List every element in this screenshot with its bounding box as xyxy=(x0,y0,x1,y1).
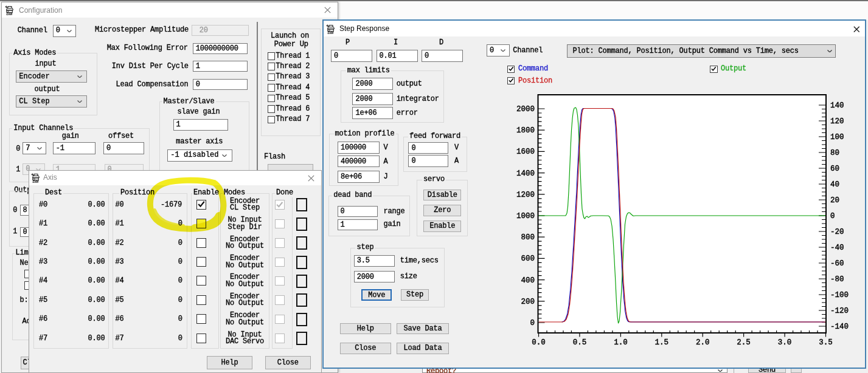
svg-text:1.0: 1.0 xyxy=(614,338,628,347)
svg-text:80: 80 xyxy=(830,149,839,157)
svg-text:1200: 1200 xyxy=(516,191,535,199)
svg-text:0: 0 xyxy=(530,319,535,327)
svg-text:0.5: 0.5 xyxy=(573,338,587,347)
svg-text:200: 200 xyxy=(521,298,535,306)
svg-text:2.0: 2.0 xyxy=(696,338,710,347)
svg-text:DM: DM xyxy=(7,12,13,16)
svg-text:-20: -20 xyxy=(830,228,844,236)
svg-text:140: 140 xyxy=(830,101,844,110)
svg-text:DM: DM xyxy=(33,179,39,183)
svg-text:-40: -40 xyxy=(830,244,844,252)
svg-text:2.5: 2.5 xyxy=(737,338,751,347)
svg-text:-140: -140 xyxy=(830,323,849,331)
svg-text:1800: 1800 xyxy=(516,126,535,135)
svg-text:600: 600 xyxy=(521,255,535,263)
svg-text:100: 100 xyxy=(830,133,844,142)
svg-text:1600: 1600 xyxy=(516,148,535,156)
svg-text:-100: -100 xyxy=(830,291,849,299)
svg-text:40: 40 xyxy=(830,180,839,189)
svg-text:-120: -120 xyxy=(830,307,849,315)
svg-text:1400: 1400 xyxy=(516,169,535,178)
svg-text:-60: -60 xyxy=(830,259,844,268)
svg-text:3.5: 3.5 xyxy=(819,338,833,347)
svg-text:1000: 1000 xyxy=(516,212,535,221)
svg-text:400: 400 xyxy=(521,276,535,285)
svg-text:0: 0 xyxy=(830,212,835,221)
svg-text:0.0: 0.0 xyxy=(532,338,546,347)
svg-text:800: 800 xyxy=(521,233,535,242)
svg-text:1.5: 1.5 xyxy=(655,338,669,347)
svg-text:20: 20 xyxy=(830,196,839,205)
svg-text:60: 60 xyxy=(830,165,839,173)
svg-text:-80: -80 xyxy=(830,275,844,284)
svg-text:DM: DM xyxy=(328,30,334,35)
svg-text:2000: 2000 xyxy=(516,105,535,114)
svg-text:3.0: 3.0 xyxy=(778,338,792,347)
svg-text:120: 120 xyxy=(830,117,844,126)
